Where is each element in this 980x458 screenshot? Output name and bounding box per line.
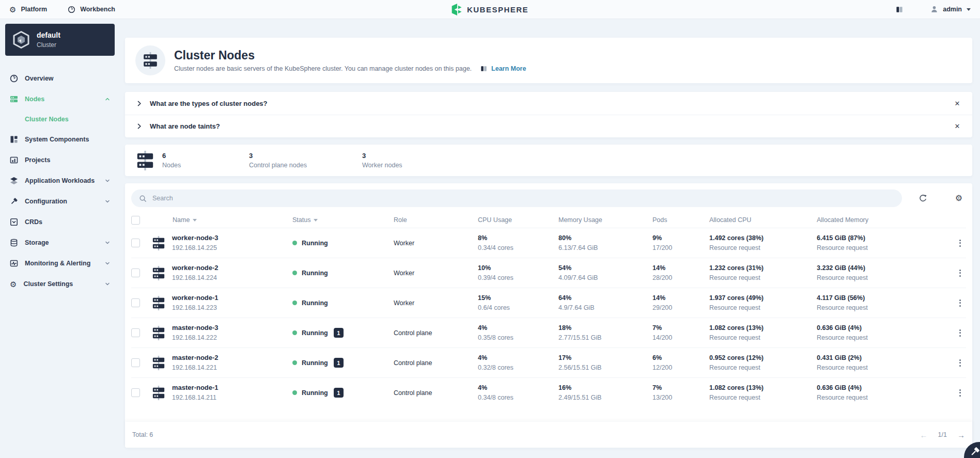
row-checkbox[interactable]: [131, 298, 140, 307]
search-icon: [139, 195, 147, 202]
projects-icon: [10, 156, 18, 164]
role-cell: Worker: [394, 299, 478, 307]
next-page-button[interactable]: →: [957, 431, 965, 439]
kubesphere-logo-mark: [452, 4, 462, 15]
node-icon: [152, 356, 165, 370]
row-menu-button[interactable]: [954, 268, 966, 278]
page-header: Cluster Nodes Cluster nodes are basic se…: [125, 38, 972, 83]
column-header-status[interactable]: Status: [292, 216, 318, 224]
sidebar-item-application-workloads[interactable]: Application Workloads: [5, 170, 119, 191]
taint-count-badge[interactable]: 1: [334, 328, 344, 338]
status-dot: [292, 390, 297, 395]
sidebar-item-label: Monitoring & Alerting: [25, 260, 90, 267]
node-name-link[interactable]: worker-node-3: [172, 234, 219, 242]
memory-usage-detail: 2.56/15.51 GiB: [558, 364, 652, 372]
sidebar-item-storage[interactable]: Storage: [5, 232, 119, 253]
node-ip: 192.168.14.211: [172, 394, 219, 402]
cpu-usage-value: 4%: [478, 354, 558, 362]
taint-count-badge[interactable]: 1: [334, 358, 344, 368]
faq-panel: What are the types of cluster nodes? ✕ W…: [125, 92, 972, 137]
row-menu-button[interactable]: [954, 328, 966, 338]
column-settings-button[interactable]: ⚙: [952, 191, 966, 206]
sidebar-item-overview[interactable]: Overview: [5, 68, 119, 89]
node-name-link[interactable]: worker-node-2: [172, 264, 219, 272]
memory-usage-detail: 2.77/15.51 GiB: [558, 334, 652, 342]
row-checkbox[interactable]: [131, 388, 140, 397]
sidebar-item-label: Application Workloads: [25, 177, 95, 184]
table-row: worker-node-1 192.168.14.223 Running Wor…: [131, 288, 966, 318]
stat-value: 3: [249, 152, 307, 160]
main-content: Cluster Nodes Cluster nodes are basic se…: [119, 19, 980, 458]
node-name-link[interactable]: master-node-3: [172, 324, 219, 332]
sidebar-nav: Overview Nodes Cluster Nodes System Comp…: [5, 68, 119, 294]
learn-more-link[interactable]: Learn More: [480, 65, 526, 72]
row-menu-button[interactable]: [954, 358, 966, 368]
search-input[interactable]: [151, 194, 894, 202]
sidebar-item-crds[interactable]: CRDs: [5, 212, 119, 232]
allocated-cpu-detail: Resource request: [709, 244, 817, 252]
gear-icon: ⚙: [9, 6, 16, 13]
chevron-down-icon: [104, 240, 111, 246]
page-title: Cluster Nodes: [174, 49, 526, 62]
pods-value: 7%: [652, 324, 709, 332]
pods-value: 14%: [652, 264, 709, 272]
faq-item-node-taints[interactable]: What are node taints? ✕: [125, 115, 972, 137]
page-indicator: 1/1: [938, 431, 947, 438]
pods-value: 6%: [652, 354, 709, 362]
allocated-memory-detail: Resource request: [817, 304, 935, 312]
close-icon[interactable]: ✕: [951, 97, 964, 110]
pods-detail: 14/200: [652, 334, 709, 342]
allocated-cpu-detail: Resource request: [709, 364, 817, 372]
search-bar[interactable]: [131, 189, 902, 207]
overview-icon: [10, 74, 18, 83]
column-label: Name: [173, 216, 190, 224]
row-checkbox[interactable]: [131, 358, 140, 367]
chevron-right-icon: [136, 123, 143, 130]
nodes-table-panel: ⚙ Name Status Role CPU Usage Memory Usag…: [125, 183, 972, 448]
sidebar-item-nodes[interactable]: Nodes: [5, 89, 119, 109]
sidebar: default Cluster Overview Nodes Cluster N…: [0, 19, 119, 458]
sidebar-item-cluster-settings[interactable]: ⚙ Cluster Settings: [5, 274, 119, 294]
allocated-memory-value: 4.117 GiB (56%): [817, 294, 935, 302]
sidebar-item-configuration[interactable]: Configuration: [5, 191, 119, 212]
node-name-link[interactable]: master-node-1: [172, 384, 219, 392]
cluster-selector[interactable]: default Cluster: [5, 24, 115, 56]
row-checkbox[interactable]: [131, 239, 140, 247]
refresh-button[interactable]: [915, 191, 930, 206]
allocated-memory-value: 6.415 GiB (87%): [817, 234, 935, 242]
docs-icon[interactable]: [892, 2, 907, 17]
pods-detail: 13/200: [652, 394, 709, 402]
sidebar-item-projects[interactable]: Projects: [5, 150, 119, 170]
node-name-link[interactable]: master-node-2: [172, 354, 219, 362]
workbench-link[interactable]: Workbench: [68, 6, 115, 13]
column-header-name[interactable]: Name: [173, 216, 197, 224]
platform-menu[interactable]: ⚙ Platform: [9, 6, 47, 13]
node-name-link[interactable]: worker-node-1: [172, 294, 219, 302]
prev-page-button[interactable]: ←: [920, 431, 928, 439]
crd-icon: [10, 218, 18, 226]
learn-more-label: Learn More: [491, 65, 526, 72]
allocated-memory-detail: Resource request: [817, 364, 935, 372]
faq-item-node-types[interactable]: What are the types of cluster nodes? ✕: [125, 92, 972, 115]
select-all-checkbox[interactable]: [131, 216, 140, 225]
kubesphere-logo[interactable]: KUBESPHERE: [452, 0, 528, 19]
row-menu-button[interactable]: [954, 388, 966, 398]
row-checkbox[interactable]: [131, 328, 140, 337]
row-checkbox[interactable]: [131, 269, 140, 277]
memory-usage-value: 16%: [558, 384, 652, 392]
memory-usage-detail: 4.09/7.64 GiB: [558, 274, 652, 282]
status-dot: [292, 271, 297, 275]
row-menu-button[interactable]: [954, 238, 966, 248]
allocated-cpu-value: 1.937 cores (49%): [709, 294, 817, 302]
sidebar-item-cluster-nodes[interactable]: Cluster Nodes: [5, 109, 119, 129]
stat-label: Control plane nodes: [249, 162, 307, 169]
allocated-cpu-detail: Resource request: [709, 304, 817, 312]
platform-label: Platform: [21, 6, 47, 13]
sidebar-item-system-components[interactable]: System Components: [5, 129, 119, 150]
close-icon[interactable]: ✕: [951, 120, 964, 133]
taint-count-badge[interactable]: 1: [334, 388, 344, 398]
row-menu-button[interactable]: [954, 298, 966, 308]
sidebar-item-monitoring-alerting[interactable]: Monitoring & Alerting: [5, 253, 119, 274]
user-menu[interactable]: admin: [930, 5, 971, 13]
cpu-usage-value: 4%: [478, 324, 558, 332]
